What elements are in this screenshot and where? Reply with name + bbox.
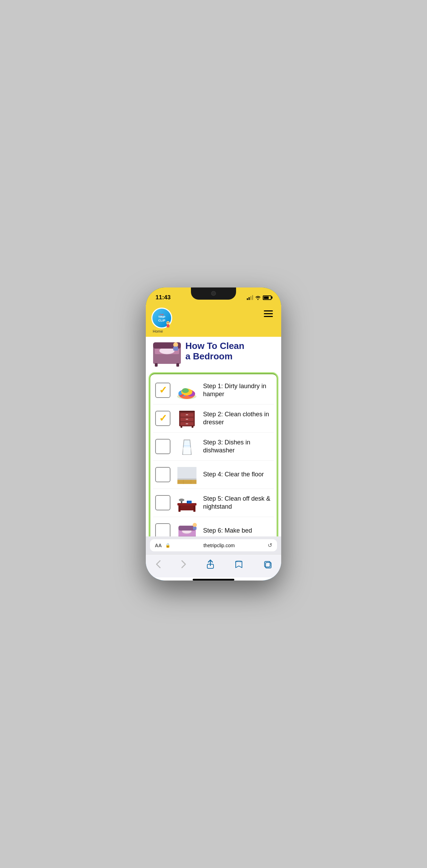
browser-aa-button[interactable]: AA	[155, 543, 162, 548]
logo[interactable]: THE TRIP CLIP	[151, 308, 172, 328]
home-indicator	[193, 579, 234, 581]
list-item[interactable]: Step 6: Make bed	[153, 517, 274, 536]
browser-bar-inner: AA 🔒 thetripclip.com ↺	[150, 539, 277, 551]
svg-rect-9	[176, 363, 179, 367]
share-button[interactable]	[201, 558, 220, 570]
bookmarks-button[interactable]	[229, 559, 249, 570]
signal-icon	[247, 295, 253, 300]
hamburger-button[interactable]	[261, 308, 276, 320]
wifi-icon	[255, 295, 261, 300]
desk-icon	[175, 492, 199, 513]
bed-icon	[175, 520, 199, 536]
browser-url[interactable]: thetripclip.com	[174, 543, 264, 548]
svg-rect-27	[181, 426, 182, 428]
list-item[interactable]: Step 4: Clear the floor	[153, 461, 274, 489]
item-label-3: Step 3: Dishes in dishwasher	[203, 439, 272, 455]
svg-rect-32	[177, 480, 196, 484]
item-label-6: Step 6: Make bed	[203, 527, 272, 535]
list-item[interactable]: Step 3: Dishes in dishwasher	[153, 433, 274, 461]
svg-point-42	[179, 499, 184, 501]
checklist-container[interactable]: ✓	[146, 370, 281, 536]
svg-rect-25	[186, 419, 188, 420]
item-label-4: Step 4: Clear the floor	[203, 470, 272, 478]
svg-rect-37	[177, 503, 196, 506]
svg-rect-24	[186, 414, 188, 415]
svg-point-2	[167, 322, 168, 323]
logo-area: THE TRIP CLIP Home	[151, 308, 172, 333]
checkbox-4[interactable]	[155, 467, 170, 482]
svg-rect-39	[178, 506, 181, 512]
glass-icon	[175, 436, 199, 457]
checkbox-2[interactable]: ✓	[155, 411, 170, 426]
page-title: How To Clean a Bedroom	[185, 340, 244, 362]
item-label-5: Step 5: Clean off desk & nightstand	[203, 495, 272, 511]
svg-rect-40	[193, 506, 195, 512]
checkbox-1[interactable]: ✓	[155, 383, 170, 398]
browser-bar: AA 🔒 thetripclip.com ↺	[146, 536, 281, 554]
svg-rect-1	[167, 324, 169, 327]
list-item[interactable]: Step 5: Clean off desk & nightstand	[153, 489, 274, 517]
svg-rect-52	[193, 527, 196, 530]
floor-icon	[175, 464, 199, 485]
list-item[interactable]: ✓	[153, 376, 274, 404]
checkbox-5[interactable]	[155, 495, 170, 510]
item-label-2: Step 2: Clean clothes in dresser	[203, 410, 272, 427]
svg-rect-44	[187, 501, 188, 503]
camera	[211, 291, 216, 296]
dresser-icon	[175, 408, 199, 429]
checkbox-6[interactable]	[155, 523, 170, 536]
svg-point-51	[193, 523, 197, 527]
battery-icon	[263, 295, 271, 300]
phone-notch	[191, 287, 236, 300]
forward-button[interactable]	[175, 558, 192, 570]
svg-point-3	[168, 322, 169, 323]
svg-point-10	[173, 342, 178, 347]
item-label-1: Step 1: Dirty laundry in hamper	[203, 382, 272, 399]
svg-rect-38	[180, 506, 194, 510]
svg-point-17	[182, 388, 189, 393]
reload-button[interactable]: ↺	[268, 542, 272, 549]
svg-rect-20	[179, 411, 195, 412]
laundry-icon	[175, 380, 199, 401]
lock-icon: 🔒	[165, 543, 170, 548]
checklist-card: ✓	[149, 373, 278, 536]
home-label[interactable]: Home	[153, 329, 163, 333]
svg-rect-31	[177, 478, 196, 480]
checkbox-3[interactable]	[155, 439, 170, 454]
svg-rect-8	[155, 363, 158, 367]
svg-rect-30	[177, 467, 196, 479]
phone-frame: 11:43 THE	[146, 287, 281, 581]
tabs-button[interactable]	[258, 559, 277, 570]
svg-rect-28	[192, 426, 193, 428]
back-button[interactable]	[150, 558, 167, 570]
page-title-area: How To Clean a Bedroom	[146, 337, 281, 370]
screen: THE TRIP CLIP Home	[146, 305, 281, 581]
svg-rect-11	[173, 347, 178, 351]
svg-point-0	[166, 321, 170, 325]
bedroom-illustration	[151, 340, 183, 367]
status-time: 11:43	[156, 294, 170, 301]
nav-bar	[146, 554, 281, 577]
status-icons	[247, 295, 271, 300]
svg-rect-26	[186, 423, 188, 424]
app-header: THE TRIP CLIP Home	[146, 305, 281, 337]
list-item[interactable]: ✓	[153, 404, 274, 433]
